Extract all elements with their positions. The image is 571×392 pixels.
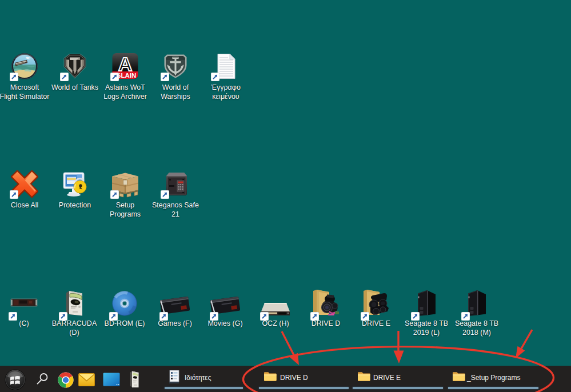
svg-text:SLAIN: SLAIN (117, 72, 137, 79)
